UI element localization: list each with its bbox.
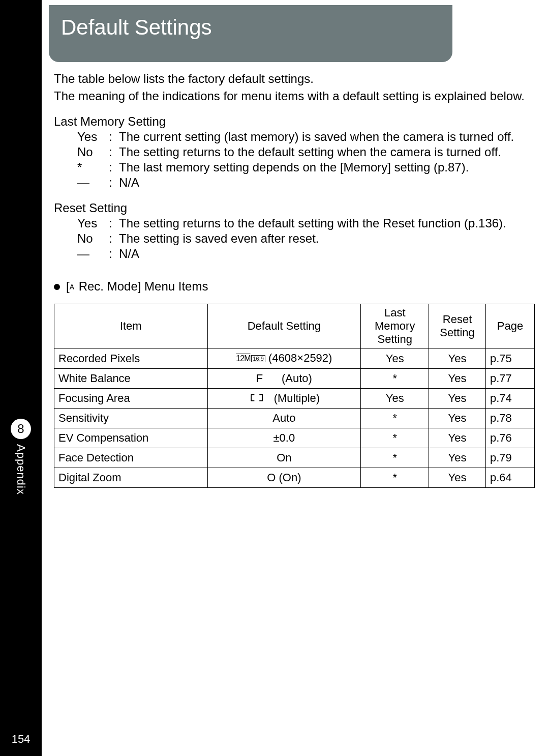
- definition-text: The setting returns to the default setti…: [119, 216, 535, 231]
- chapter-number-badge: 8: [11, 419, 31, 439]
- aspect-icon: 16:9: [251, 355, 265, 362]
- cell-last-memory: *: [361, 409, 429, 428]
- table-row: Sensitivity Auto * Yes p.78: [54, 409, 535, 428]
- cell-last-memory: *: [361, 428, 429, 448]
- cell-reset: Yes: [429, 369, 486, 389]
- definition-row: No : The setting returns to the default …: [77, 144, 535, 160]
- cell-reset: Yes: [429, 468, 486, 488]
- bullet-icon: [54, 284, 60, 290]
- definition-text: The last memory setting depends on the […: [119, 160, 535, 175]
- definition-row: No : The setting is saved even after res…: [77, 231, 535, 246]
- cell-page: p.76: [485, 428, 534, 448]
- cell-reset: Yes: [429, 409, 486, 428]
- cell-page: p.78: [485, 409, 534, 428]
- page-content: The table below lists the factory defaul…: [42, 71, 549, 488]
- rec-mode-settings-table: Item Default Setting Last Memory Setting…: [54, 304, 535, 488]
- cell-page: p.75: [485, 348, 534, 369]
- col-default: Default Setting: [207, 304, 361, 348]
- resolution-icon: 12M: [236, 351, 250, 366]
- cell-default: 12M16:9 (4608×2592): [207, 348, 361, 369]
- definition-colon: :: [109, 216, 119, 231]
- cell-reset: Yes: [429, 448, 486, 468]
- table-row: Face Detection On * Yes p.79: [54, 448, 535, 468]
- cell-default: Auto: [207, 409, 361, 428]
- intro-line-2: The meaning of the indications for menu …: [54, 89, 535, 104]
- definition-key: No: [77, 144, 109, 160]
- intro-line-1: The table below lists the factory defaul…: [54, 71, 535, 86]
- cell-last-memory: Yes: [361, 389, 429, 409]
- definition-key: Yes: [77, 129, 109, 144]
- sidebar-content: 8 Appendix: [0, 419, 42, 495]
- sidebar-strip: 8 Appendix 154: [0, 0, 42, 756]
- table-header-row: Item Default Setting Last Memory Setting…: [54, 304, 535, 348]
- table-row: Focusing Area ┌┐└┘ (Multiple) Yes Yes p.…: [54, 389, 535, 409]
- cell-default: On: [207, 448, 361, 468]
- appendix-label: Appendix: [14, 444, 27, 495]
- cell-last-memory: *: [361, 468, 429, 488]
- table-row: EV Compensation ±0.0 * Yes p.76: [54, 428, 535, 448]
- definition-key: Yes: [77, 216, 109, 231]
- cell-item: Recorded Pixels: [54, 348, 208, 369]
- definition-key: —: [77, 246, 109, 261]
- table-row: White Balance F (Auto) * Yes p.77: [54, 369, 535, 389]
- cell-reset: Yes: [429, 428, 486, 448]
- definition-text: N/A: [119, 175, 535, 190]
- rec-mode-heading: [A Rec. Mode] Menu Items: [54, 279, 535, 295]
- reset-setting-definitions: Yes : The setting returns to the default…: [77, 216, 535, 261]
- cell-page: p.64: [485, 468, 534, 488]
- rec-mode-heading-text: [A Rec. Mode] Menu Items: [66, 279, 208, 295]
- focus-bracket-icon: ┌┐└┘: [249, 392, 271, 404]
- awb-icon: F: [256, 372, 263, 385]
- cell-last-memory: *: [361, 369, 429, 389]
- col-item: Item: [54, 304, 208, 348]
- table-row: Recorded Pixels 12M16:9 (4608×2592) Yes …: [54, 348, 535, 369]
- reset-setting-heading: Reset Setting: [54, 200, 535, 216]
- intro-text: The table below lists the factory defaul…: [54, 71, 535, 104]
- cell-default: F (Auto): [207, 369, 361, 389]
- definition-colon: :: [109, 129, 119, 144]
- definition-text: The current setting (last memory) is sav…: [119, 129, 535, 144]
- cell-last-memory: *: [361, 448, 429, 468]
- definition-colon: :: [109, 231, 119, 246]
- cell-item: White Balance: [54, 369, 208, 389]
- last-memory-heading: Last Memory Setting: [54, 114, 535, 129]
- definition-text: N/A: [119, 246, 535, 261]
- cell-item: Digital Zoom: [54, 468, 208, 488]
- cell-default: ±0.0: [207, 428, 361, 448]
- definition-text: The setting returns to the default setti…: [119, 144, 535, 160]
- manual-page: 8 Appendix 154 Default Settings The tabl…: [0, 0, 549, 756]
- cell-item: Focusing Area: [54, 389, 208, 409]
- definition-key: *: [77, 160, 109, 175]
- definition-key: No: [77, 231, 109, 246]
- definition-row: — : N/A: [77, 246, 535, 261]
- table-row: Digital Zoom O (On) * Yes p.64: [54, 468, 535, 488]
- col-last-memory: Last Memory Setting: [361, 304, 429, 348]
- col-page: Page: [485, 304, 534, 348]
- cell-item: Face Detection: [54, 448, 208, 468]
- col-reset: Reset Setting: [429, 304, 486, 348]
- cell-last-memory: Yes: [361, 348, 429, 369]
- cell-page: p.77: [485, 369, 534, 389]
- last-memory-definitions: Yes : The current setting (last memory) …: [77, 129, 535, 190]
- page-number: 154: [0, 733, 42, 746]
- definition-row: * : The last memory setting depends on t…: [77, 160, 535, 175]
- camera-mode-icon: A: [70, 279, 74, 295]
- definition-colon: :: [109, 144, 119, 160]
- definition-colon: :: [109, 246, 119, 261]
- cell-default: O (On): [207, 468, 361, 488]
- cell-item: Sensitivity: [54, 409, 208, 428]
- definition-key: —: [77, 175, 109, 190]
- check-on-icon: O: [267, 471, 276, 484]
- definition-colon: :: [109, 175, 119, 190]
- cell-page: p.74: [485, 389, 534, 409]
- definition-row: Yes : The setting returns to the default…: [77, 216, 535, 231]
- page-title: Default Settings: [61, 15, 212, 39]
- page-title-tab: Default Settings: [49, 5, 452, 62]
- cell-page: p.79: [485, 448, 534, 468]
- cell-default: ┌┐└┘ (Multiple): [207, 389, 361, 409]
- definition-colon: :: [109, 160, 119, 175]
- cell-reset: Yes: [429, 389, 486, 409]
- cell-item: EV Compensation: [54, 428, 208, 448]
- cell-reset: Yes: [429, 348, 486, 369]
- definition-row: — : N/A: [77, 175, 535, 190]
